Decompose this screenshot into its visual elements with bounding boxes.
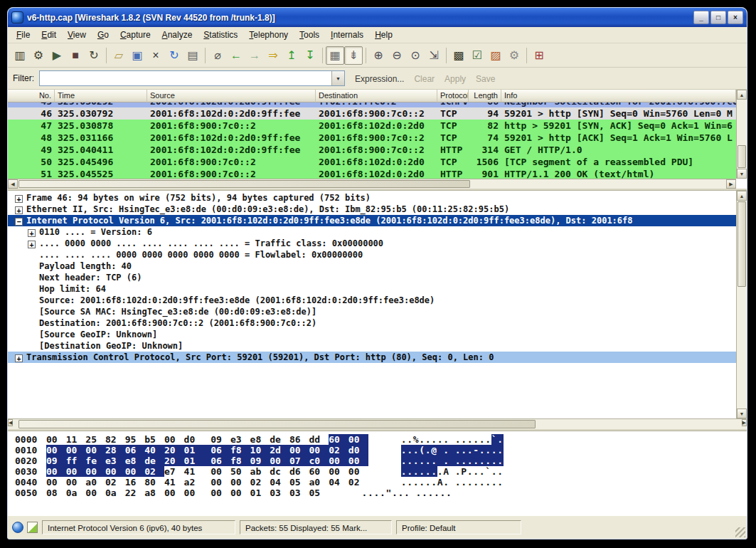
filter-dropdown-arrow-icon[interactable]: ▼ <box>331 71 344 85</box>
file-open-button[interactable]: ▱ <box>110 46 128 65</box>
vscroll-thumb[interactable] <box>738 145 746 168</box>
menu-internals[interactable]: Internals <box>325 28 369 42</box>
packet-row[interactable]: 46325.0307922001:6f8:102d:0:2d0:9ff:fee2… <box>8 107 736 120</box>
capture-filters-button[interactable]: ▩ <box>449 46 468 65</box>
menu-tools[interactable]: Tools <box>294 28 325 42</box>
save-button[interactable]: Save <box>471 73 500 85</box>
menu-view[interactable]: View <box>62 28 92 42</box>
column-header-source[interactable]: Source <box>147 90 316 102</box>
print-button[interactable]: ▤ <box>183 46 202 65</box>
go-forward-button[interactable]: → <box>245 46 264 65</box>
detail-line[interactable]: Destination: 2001:6f8:900:7c0::2 (2001:6… <box>8 317 736 329</box>
expand-toggle-icon[interactable]: + <box>28 241 36 248</box>
expand-toggle-icon[interactable]: + <box>15 195 23 203</box>
packet-row[interactable]: 49325.0404112001:6f8:102d:0:2d0:9ff:fee2… <box>8 144 736 156</box>
vscroll-thumb[interactable] <box>738 201 746 287</box>
display-filters-button[interactable]: ☑ <box>468 46 486 65</box>
detail-line[interactable]: −Internet Protocol Version 6, Src: 2001:… <box>8 215 736 226</box>
capture-restart-button[interactable]: ↻ <box>85 46 103 65</box>
file-save-button[interactable]: ▣ <box>128 46 147 65</box>
hex-row[interactable]: 0050080a000a22a80000 000001030305...."..… <box>8 488 747 498</box>
column-header-info[interactable]: Info <box>501 90 736 102</box>
detail-line[interactable]: Next header: TCP (6) <box>8 272 736 283</box>
hex-row[interactable]: 00000011258295b500d0 09e3e8de86dd6000..%… <box>8 434 747 445</box>
scroll-left-icon[interactable]: ◀ <box>8 419 13 426</box>
packet-row[interactable]: 47325.0308782001:6f8:900:7c0::22001:6f8:… <box>8 120 736 132</box>
expression-button[interactable]: Expression... <box>350 73 409 85</box>
expert-info-icon[interactable] <box>12 522 23 533</box>
menu-help[interactable]: Help <box>369 28 398 42</box>
detail-line[interactable]: [Source SA MAC: HsingTec_e3:e8:de (00:d0… <box>8 306 736 317</box>
expand-toggle-icon[interactable]: + <box>15 206 23 214</box>
go-back-button[interactable]: ← <box>227 46 245 65</box>
preferences-button[interactable]: ⚙ <box>505 46 523 65</box>
menu-go[interactable]: Go <box>92 28 115 42</box>
capture-start-button[interactable]: ▶ <box>48 46 66 65</box>
menu-telephony[interactable]: Telephony <box>243 28 294 42</box>
expand-toggle-icon[interactable]: + <box>15 354 23 362</box>
hex-row[interactable]: 0030000000000002e741 0050abdcd6600000...… <box>8 466 747 477</box>
column-header-protocol[interactable]: Protocol <box>437 90 469 102</box>
menu-analyze[interactable]: Analyze <box>156 28 198 42</box>
resize-grip[interactable] <box>735 527 745 537</box>
close-button[interactable]: × <box>728 11 743 24</box>
menu-file[interactable]: File <box>11 28 36 42</box>
details-vscrollbar[interactable]: ▲ ▼ <box>736 191 747 418</box>
scroll-up-icon[interactable]: ▲ <box>737 90 747 100</box>
zoom-in-button[interactable]: ⊕ <box>369 46 388 65</box>
resize-columns-button[interactable]: ⇲ <box>425 46 443 65</box>
detail-line[interactable]: +Frame 46: 94 bytes on wire (752 bits), … <box>8 192 736 204</box>
find-packet-button[interactable]: ⌀ <box>208 46 227 65</box>
menu-capture[interactable]: Capture <box>115 28 156 42</box>
column-header-destination[interactable]: Destination <box>316 90 437 102</box>
reload-button[interactable]: ↻ <box>165 46 183 65</box>
packet-row[interactable]: 50325.0454962001:6f8:900:7c0::22001:6f8:… <box>8 156 736 168</box>
menu-statistics[interactable]: Statistics <box>198 28 243 42</box>
hscroll-thumb[interactable] <box>18 420 536 428</box>
maximize-button[interactable]: □ <box>710 11 726 24</box>
detail-line[interactable]: +Transmission Control Protocol, Src Port… <box>8 352 736 363</box>
minimize-button[interactable]: _ <box>693 11 709 24</box>
details-hscrollbar[interactable]: ◀ ▶ <box>8 418 747 431</box>
packet-list-vscrollbar[interactable]: ▲ ▼ <box>736 90 747 179</box>
titlebar[interactable]: v6-http.cap [Wireshark 1.8.2 (SVN Rev 44… <box>8 8 747 27</box>
zoom-100-button[interactable]: ⊙ <box>406 46 425 65</box>
detail-line[interactable]: Payload length: 40 <box>8 260 736 272</box>
list-interfaces-button[interactable]: ▥ <box>11 46 29 65</box>
expand-toggle-icon[interactable]: + <box>28 229 36 237</box>
detail-line[interactable]: [Source GeoIP: Unknown] <box>8 329 736 340</box>
autoscroll-button[interactable]: ⇟ <box>344 46 363 65</box>
scroll-down-icon[interactable]: ▼ <box>737 169 747 179</box>
detail-line[interactable]: +Ethernet II, Src: HsingTec_e3:e8:de (00… <box>8 204 736 215</box>
coloring-rules-button[interactable]: ▨ <box>486 46 505 65</box>
help-button[interactable]: ⊞ <box>530 46 548 65</box>
column-header-length[interactable]: Length <box>469 90 501 102</box>
column-header-time[interactable]: Time <box>55 90 147 102</box>
capture-file-annotation-icon[interactable] <box>27 522 38 533</box>
hex-row[interactable]: 00100000002806402001 06f8102d000002d0...… <box>8 445 747 455</box>
scroll-right-icon[interactable]: ▶ <box>726 179 736 189</box>
capture-stop-button[interactable]: ■ <box>66 46 85 65</box>
column-header-no[interactable]: No. <box>8 90 55 102</box>
colorize-button[interactable]: ▦ <box>326 46 344 65</box>
filter-input[interactable] <box>40 71 331 85</box>
detail-line[interactable]: Source: 2001:6f8:102d:0:2d0:9ff:fee3:e8d… <box>8 295 736 306</box>
packet-list-hscrollbar[interactable]: ◀ ▶ <box>8 179 736 189</box>
detail-line[interactable]: .... .... .... 0000 0000 0000 0000 0000 … <box>8 249 736 260</box>
packet-row-partial[interactable]: 45325.0302922001:6f8:102d:0:2d0:9ff:feef… <box>8 102 736 107</box>
scroll-left-icon[interactable]: ◀ <box>8 179 18 189</box>
detail-line[interactable]: +.... 0000 0000 .... .... .... .... ....… <box>8 238 736 249</box>
detail-line[interactable]: [Destination GeoIP: Unknown] <box>8 340 736 352</box>
zoom-out-button[interactable]: ⊖ <box>388 46 406 65</box>
collapse-toggle-icon[interactable]: − <box>15 218 23 226</box>
detail-line[interactable]: Hop limit: 64 <box>8 283 736 295</box>
packet-row[interactable]: 45325.0302922001:6f8:102d:0:2d0:9ff:feef… <box>8 102 736 107</box>
file-close-button[interactable]: × <box>147 46 165 65</box>
packet-row[interactable]: 48325.0311662001:6f8:102d:0:2d0:9ff:fee2… <box>8 132 736 144</box>
apply-button[interactable]: Apply <box>440 73 471 85</box>
detail-line[interactable]: +0110 .... = Version: 6 <box>8 226 736 238</box>
scroll-up-icon[interactable]: ▲ <box>737 191 747 201</box>
hscroll-thumb[interactable] <box>18 180 470 188</box>
scroll-right-icon[interactable]: ▶ <box>742 419 747 426</box>
clear-button[interactable]: Clear <box>409 73 440 85</box>
